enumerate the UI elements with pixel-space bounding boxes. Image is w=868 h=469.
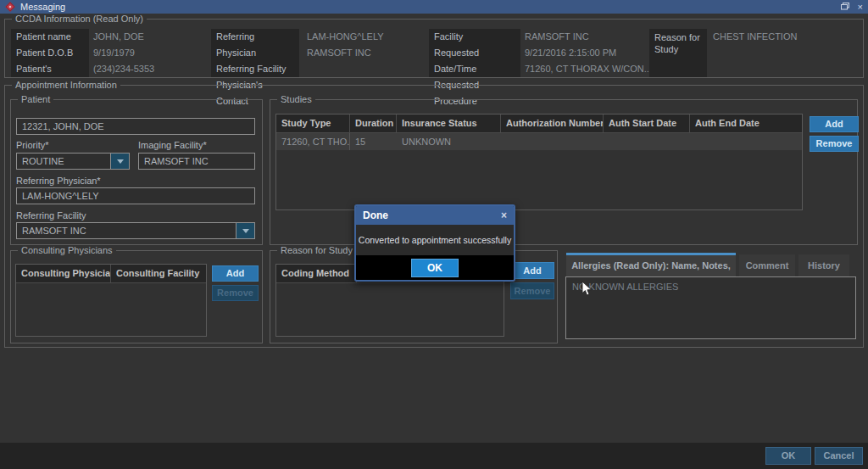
reason-legend: Reason for Study xyxy=(277,245,356,255)
window-title: Messaging xyxy=(20,2,65,12)
referring-facility-select[interactable]: RAMSOFT INC xyxy=(16,222,255,239)
column-header[interactable]: Consulting Physician xyxy=(16,265,111,282)
field-label: Facility xyxy=(429,29,520,45)
done-dialog-titlebar: Done × xyxy=(356,206,514,225)
consulting-legend: Consulting Physicians xyxy=(18,245,116,255)
patient-contact-value: (234)234-5353 xyxy=(93,61,154,77)
tab-history[interactable]: History xyxy=(798,254,849,276)
done-dialog: Done × Converted to appointment successf… xyxy=(354,204,515,282)
allergies-content: NO KNOWN ALLERGIES xyxy=(565,276,856,339)
ccda-groupbox: CCDA Information (Read Only) Patient nam… xyxy=(4,19,864,78)
column-header[interactable]: Duration xyxy=(350,114,397,132)
imaging-facility-field[interactable]: RAMSOFT INC xyxy=(138,153,255,170)
referring-facility-value: RAMSOFT INC xyxy=(22,226,86,236)
tab-comment[interactable]: Comment xyxy=(739,254,795,276)
duration-cell: 15 xyxy=(350,133,397,150)
auth-end-date-cell xyxy=(690,133,802,150)
referring-physician-value: LAM-HONG^LELY xyxy=(307,29,384,45)
done-dialog-body: Converted to appointment successfully xyxy=(356,225,514,255)
ccda-legend: CCDA Information (Read Only) xyxy=(12,14,147,24)
app-logo-icon xyxy=(5,2,14,11)
dialog-message: Converted to appointment successfully xyxy=(359,235,511,245)
auth-start-date-cell xyxy=(604,133,690,150)
chevron-down-icon[interactable] xyxy=(110,154,129,169)
referring-physician-label: Referring Physician* xyxy=(16,176,101,186)
field-label: Referring Physician xyxy=(211,29,299,61)
dialog-ok-button[interactable]: OK xyxy=(411,259,459,277)
facility-value: RAMSOFT INC xyxy=(525,29,589,45)
done-dialog-title: Done xyxy=(363,209,388,221)
priority-label: Priority* xyxy=(16,140,49,150)
column-header[interactable]: Auth End Date xyxy=(690,114,802,132)
requested-procedure-value: 71260, CT THORAX W/CON... xyxy=(525,61,652,77)
column-header[interactable]: Study Type xyxy=(276,114,350,132)
consulting-table: Consulting Physician Consulting Facility xyxy=(15,264,207,337)
mouse-cursor xyxy=(581,281,593,300)
column-header[interactable]: Insurance Status xyxy=(397,114,501,132)
patient-legend: Patient xyxy=(18,94,53,104)
insurance-status-cell: UNKNOWN xyxy=(397,133,501,150)
imaging-facility-label: Imaging Facility* xyxy=(138,140,207,150)
table-row[interactable]: 71260, CT THO... 15 UNKNOWN xyxy=(276,133,802,150)
field-label: Referring Facility xyxy=(211,61,299,77)
done-dialog-footer: OK xyxy=(356,255,514,280)
patient-name-value: JOHN, DOE xyxy=(93,29,144,45)
footer-bar: OK Cancel xyxy=(0,443,868,469)
cancel-button[interactable]: Cancel xyxy=(815,447,863,465)
referring-facility-label: Referring Facility xyxy=(16,210,86,221)
studies-legend: Studies xyxy=(277,94,315,104)
ccda-labels-patient: Patient name Patient D.O.B Patient's Con… xyxy=(11,29,89,77)
reason-for-study-value: CHEST INFECTION xyxy=(713,29,797,45)
priority-select[interactable]: ROUTINE xyxy=(16,153,130,170)
field-label: Requested Date/Time xyxy=(429,45,520,77)
studies-add-button[interactable]: Add xyxy=(810,116,859,132)
studies-table-header: Study Type Duration Insurance Status Aut… xyxy=(276,114,802,133)
priority-value: ROUTINE xyxy=(22,156,64,166)
restore-icon[interactable] xyxy=(841,3,849,12)
titlebar: Messaging × xyxy=(0,0,868,14)
field-label: Patient D.O.B xyxy=(11,45,89,61)
ccda-labels-reason: Reason for Study xyxy=(649,29,707,77)
patient-field[interactable]: 12321, JOHN, DOE xyxy=(16,118,255,135)
studies-remove-button[interactable]: Remove xyxy=(810,136,859,152)
referring-facility-value: RAMSOFT INC xyxy=(307,45,371,61)
field-label: Patient name xyxy=(11,29,89,45)
field-label: Reason for Study xyxy=(649,29,707,55)
authorization-number-cell xyxy=(501,133,604,150)
column-header[interactable]: Consulting Facility xyxy=(111,265,206,282)
consulting-remove-button[interactable]: Remove xyxy=(212,285,259,301)
messaging-window: Messaging × CCDA Information (Read Only)… xyxy=(0,0,868,469)
tab-allergies[interactable]: Allergies (Read Only): Name, Notes, Seve… xyxy=(566,253,736,276)
reason-add-button[interactable]: Add xyxy=(510,262,554,279)
studies-table: Study Type Duration Insurance Status Aut… xyxy=(275,114,803,210)
dialog-close-icon[interactable]: × xyxy=(501,209,507,221)
close-icon[interactable]: × xyxy=(858,3,863,12)
ccda-labels-referring: Referring Physician Referring Facility P… xyxy=(211,29,299,77)
consulting-add-button[interactable]: Add xyxy=(212,265,259,282)
column-header[interactable]: Authorization Number xyxy=(501,114,604,132)
chevron-down-icon[interactable] xyxy=(236,223,254,238)
ok-button[interactable]: OK xyxy=(765,447,811,465)
patient-dob-value: 9/19/1979 xyxy=(93,45,135,61)
column-header[interactable]: Coding Method xyxy=(276,265,357,282)
study-type-cell: 71260, CT THO... xyxy=(276,133,350,150)
ccda-labels-request: Facility Requested Date/Time Requested P… xyxy=(429,29,520,77)
requested-datetime-value: 9/21/2016 2:15:00 PM xyxy=(525,45,616,61)
appointment-legend: Appointment Information xyxy=(12,80,120,90)
reason-remove-button[interactable]: Remove xyxy=(510,282,554,299)
column-header[interactable]: Auth Start Date xyxy=(604,114,690,132)
consulting-table-header: Consulting Physician Consulting Facility xyxy=(16,265,206,283)
referring-physician-field[interactable]: LAM-HONG^LELY xyxy=(16,187,255,204)
